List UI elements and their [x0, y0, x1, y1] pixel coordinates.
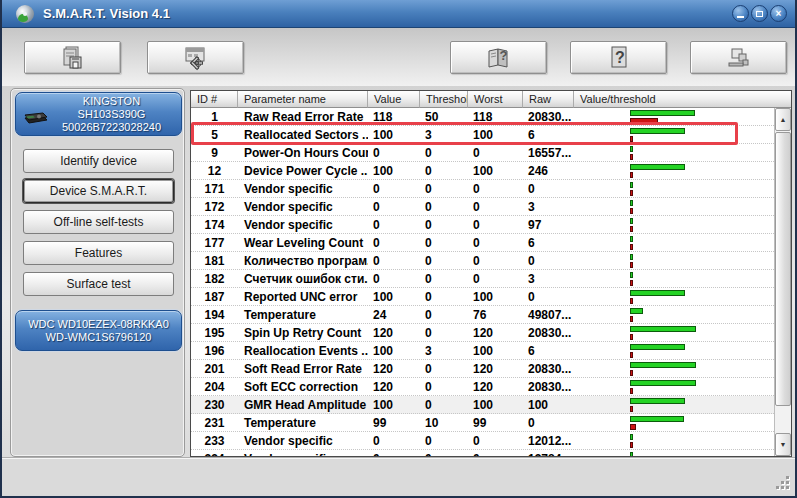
resize-grip[interactable]: [774, 474, 789, 489]
device-selector-wdc[interactable]: WDC WD10EZEX-08RKKA0 WD-WMC1S6796120: [15, 310, 182, 351]
cell-bars: [574, 360, 774, 377]
minimize-button[interactable]: [732, 5, 749, 22]
table-row[interactable]: 177 Wear Leveling Count 0 0 0 6: [191, 234, 774, 252]
cell-parameter: Счетчик ошибок сти...: [238, 270, 368, 287]
cell-bars: [574, 162, 774, 179]
cell-raw: 20830...: [523, 324, 574, 341]
table-row[interactable]: 195 Spin Up Retry Count 120 0 120 20830.…: [191, 324, 774, 342]
table-row[interactable]: 230 GMR Head Amplitude 100 0 100 100: [191, 396, 774, 414]
threshold-bar: [630, 352, 633, 358]
cell-threshold: 0: [420, 180, 468, 197]
table-row[interactable]: 9 Power-On Hours Count 0 0 0 16557...: [191, 144, 774, 162]
cell-parameter: Raw Read Error Rate: [238, 108, 368, 125]
cell-worst: 120: [468, 360, 523, 377]
cell-worst: 100: [468, 396, 523, 413]
about-button[interactable]: ?: [570, 41, 667, 74]
threshold-bar: [630, 388, 633, 394]
scroll-up-button[interactable]: ▲: [775, 108, 791, 131]
table-row[interactable]: 194 Temperature 24 0 76 49807...: [191, 306, 774, 324]
vertical-scrollbar[interactable]: ▲ ▼: [774, 108, 791, 456]
scroll-down-button[interactable]: ▼: [775, 433, 791, 456]
cell-value: 0: [368, 450, 420, 456]
app-window: S.M.A.R.T. Vision 4.1 ×: [0, 0, 797, 498]
cell-threshold: 0: [420, 270, 468, 287]
cell-threshold: 0: [420, 432, 468, 449]
scrollbar-thumb[interactable]: [775, 132, 791, 406]
cell-raw: 12012...: [523, 432, 574, 449]
cell-id: 233: [191, 432, 238, 449]
save-report-button[interactable]: [24, 41, 121, 74]
cell-parameter: Vendor specific: [238, 432, 368, 449]
device-serial: WD-WMC1S6796120: [28, 331, 169, 344]
table-row[interactable]: 12 Device Power Cycle ... 100 0 100 246: [191, 162, 774, 180]
column-header-value-threshold[interactable]: Value/threshold: [574, 91, 791, 108]
table-row[interactable]: 196 Reallocation Events ... 100 3 100 6: [191, 342, 774, 360]
table-row[interactable]: 172 Vendor specific 0 0 0 3: [191, 198, 774, 216]
cell-parameter: Количество програм...: [238, 252, 368, 269]
exit-button[interactable]: [690, 41, 787, 74]
cell-value: 100: [368, 342, 420, 359]
cell-bars: [574, 252, 774, 269]
table-row[interactable]: 187 Reported UNC error 100 0 100 0: [191, 288, 774, 306]
column-header-value[interactable]: Value: [368, 91, 420, 108]
sidebar-item-features[interactable]: Features: [23, 241, 174, 265]
table-row[interactable]: 204 Soft ECC correction 120 0 120 20830.…: [191, 378, 774, 396]
threshold-bar: [630, 406, 633, 412]
cell-raw: 13784: [523, 450, 574, 456]
value-bar: [630, 344, 685, 350]
cell-raw: 97: [523, 216, 574, 233]
value-bar: [630, 290, 685, 296]
cell-raw: 3: [523, 198, 574, 215]
column-header-raw[interactable]: Raw: [523, 91, 574, 108]
table-row[interactable]: 181 Количество програм... 0 0 0 0: [191, 252, 774, 270]
table-row[interactable]: 5 Reallocated Sectors ... 100 3 100 6: [191, 126, 774, 144]
sidebar-item-identify-device[interactable]: Identify device: [23, 149, 174, 173]
cell-value: 0: [368, 144, 420, 161]
column-header-threshold[interactable]: Threshold: [420, 91, 468, 108]
value-bar: [630, 272, 633, 278]
cell-bars: [574, 270, 774, 287]
table-row[interactable]: 1 Raw Read Error Rate 118 50 118 20830..…: [191, 108, 774, 126]
about-icon: ?: [607, 45, 631, 71]
scroll-down-icon: ▼: [780, 441, 787, 448]
cell-parameter: Vendor specific: [238, 198, 368, 215]
cell-id: 194: [191, 306, 238, 323]
column-header-id[interactable]: ID #: [191, 91, 238, 108]
cell-parameter: GMR Head Amplitude: [238, 396, 368, 413]
cell-worst: 100: [468, 126, 523, 143]
threshold-bar: [630, 154, 633, 160]
close-button[interactable]: ×: [770, 5, 787, 22]
sidebar-item-device-smart[interactable]: Device S.M.A.R.T.: [23, 179, 174, 203]
cell-parameter: Vendor specific: [238, 180, 368, 197]
device-vendor: KINGSTON: [62, 95, 161, 108]
table-row[interactable]: 182 Счетчик ошибок сти... 0 0 0 3: [191, 270, 774, 288]
maximize-button[interactable]: [751, 5, 768, 22]
cell-value: 0: [368, 432, 420, 449]
cell-raw: 0: [523, 414, 574, 431]
cell-id: 174: [191, 216, 238, 233]
sidebar-item-offline-self-tests[interactable]: Off-line self-tests: [23, 210, 174, 234]
cell-bars: [574, 342, 774, 359]
cell-threshold: 3: [420, 342, 468, 359]
device-selector-kingston[interactable]: KINGSTON SH103S390G 50026B7223028240: [15, 92, 182, 136]
settings-button[interactable]: [147, 41, 244, 74]
app-disc-icon: [16, 5, 34, 23]
threshold-bar: [630, 424, 636, 430]
sidebar-item-surface-test[interactable]: Surface test: [23, 272, 174, 296]
cell-worst: 0: [468, 270, 523, 287]
table-row[interactable]: 201 Soft Read Error Rate 120 0 120 20830…: [191, 360, 774, 378]
cell-raw: 49807...: [523, 306, 574, 323]
cell-worst: 100: [468, 288, 523, 305]
table-row[interactable]: 231 Temperature 99 10 99 0: [191, 414, 774, 432]
value-bar: [630, 452, 633, 456]
help-contents-button[interactable]: ?: [450, 41, 547, 74]
threshold-bar: [630, 262, 633, 268]
column-header-worst[interactable]: Worst: [468, 91, 523, 108]
table-row[interactable]: 174 Vendor specific 0 0 0 97: [191, 216, 774, 234]
column-header-parameter[interactable]: Parameter name: [238, 91, 368, 108]
table-row[interactable]: 234 Vendor specific 0 0 0 13784: [191, 450, 774, 456]
table-row[interactable]: 233 Vendor specific 0 0 0 12012...: [191, 432, 774, 450]
value-bar: [630, 398, 685, 404]
sidebar: KINGSTON SH103S390G 50026B7223028240 Ide…: [10, 88, 185, 457]
table-row[interactable]: 171 Vendor specific 0 0 0 0: [191, 180, 774, 198]
